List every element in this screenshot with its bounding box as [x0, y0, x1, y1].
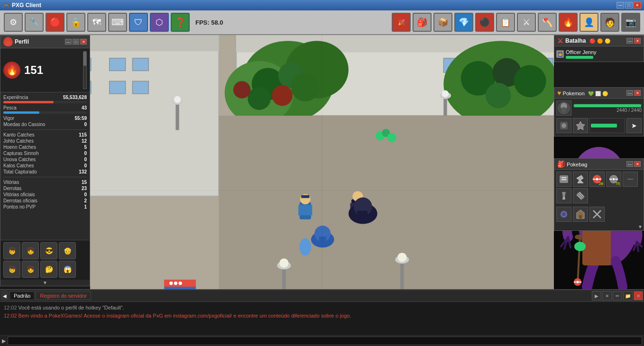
bag-extra-2[interactable] — [589, 207, 605, 222]
chat-messages[interactable]: 12:02 Você está usando o perfil de hotke… — [0, 302, 644, 335]
avatar-thumb-2[interactable]: 😎 — [40, 242, 57, 259]
battle-pokemon-icon-1: 🔴 — [589, 38, 595, 44]
toolbar-shield-icon[interactable]: 🛡 — [129, 13, 148, 32]
bag-item-4[interactable] — [623, 172, 638, 187]
avatar-thumb-4[interactable]: 👦 — [3, 261, 20, 278]
battle-content: 👮 Officer Jenny — [554, 46, 644, 62]
svg-point-94 — [612, 178, 615, 181]
bag-item-5[interactable] — [556, 188, 571, 203]
close-button[interactable]: ✕ — [634, 2, 641, 9]
svg-point-86 — [561, 123, 566, 128]
avatar-thumb-5[interactable]: 👧 — [22, 261, 39, 278]
chat-left-arrow[interactable]: ◀ — [1, 291, 9, 300]
chat-close-btn[interactable]: ✕ — [634, 291, 643, 300]
toolbar-help-icon[interactable]: ❓ — [171, 13, 190, 32]
toolbar-keyboard-icon[interactable]: ⌨ — [108, 13, 127, 32]
stat-sinnoh: Capturas Sinnoh 0 — [3, 150, 87, 156]
stat-total-capturado: Total Capturado 132 — [3, 169, 87, 175]
toolbar-bag-icon[interactable]: 🎒 — [413, 13, 432, 32]
perfil-minimize-btn[interactable]: — — [65, 39, 72, 45]
enemy-name: Officer Jenny — [566, 49, 597, 55]
bag-extra-1[interactable] — [573, 207, 588, 222]
chat-input[interactable] — [8, 337, 642, 345]
vitorias-label: Vitórias — [3, 180, 19, 185]
msg1-timestamp: 12:02 — [4, 313, 17, 319]
chat-tab-padrao[interactable]: Padrão — [9, 291, 35, 300]
bag-item-2[interactable]: 28 — [589, 172, 605, 187]
bag-item-6[interactable] — [573, 188, 588, 203]
avatar-thumb-0[interactable]: 👦 — [3, 242, 20, 259]
exp-label: Experiência — [3, 95, 28, 100]
toolbar-settings-icon[interactable]: 🔧 — [25, 13, 44, 32]
bag-item-3[interactable]: 75 — [606, 172, 621, 187]
battle-close-btn[interactable]: ✕ — [634, 38, 641, 44]
pokebag-extra-row — [554, 205, 644, 223]
perfil-scroll-down[interactable]: ▼ — [0, 280, 90, 286]
svg-point-34 — [486, 83, 511, 108]
avatar-thumb-7[interactable]: 😱 — [59, 261, 76, 278]
bag-extra-0[interactable] — [556, 207, 571, 222]
toolbar-sword-icon[interactable]: ⚔ — [517, 13, 536, 32]
toolbar-lock-icon[interactable]: 🔒 — [66, 13, 85, 32]
stat-kalos: Kalos Catches 0 — [3, 163, 87, 169]
maximize-button[interactable]: □ — [625, 2, 633, 9]
toolbar-axe-icon[interactable]: 🪓 — [538, 13, 557, 32]
pokemon-minimize-btn[interactable]: — — [626, 90, 633, 96]
perfil-title: Perfil — [3, 37, 29, 46]
toolbar-chest-icon[interactable]: 📦 — [433, 13, 452, 32]
perfil-resize-btn[interactable]: □ — [73, 39, 79, 45]
chat-save-btn[interactable]: 📁 — [623, 291, 633, 300]
bag-item-1[interactable] — [573, 172, 588, 187]
battle-panel: ⚔ Batalha 🔴 🟠 🟡 — ✕ 👮 Officer Jenny — [554, 35, 644, 62]
toolbar: ⚙ 🔧 🔴 🔒 🗺 ⌨ 🛡 ⬡ ❓ FPS: 58.0 🎉 🎒 📦 💎 ⚫ 📋 … — [0, 10, 644, 35]
perfil-close-btn[interactable]: ✕ — [80, 39, 87, 45]
toolbar-menu-icon[interactable]: 📷 — [621, 13, 640, 32]
pokebag-minimize-btn[interactable]: — — [626, 161, 633, 167]
bag-item-0[interactable] — [556, 172, 571, 187]
toolbar-pokeball-icon[interactable]: ⚫ — [475, 13, 494, 32]
svg-point-55 — [300, 238, 311, 255]
pokemon-content: 2440 / 2440 ➤ — [554, 99, 644, 136]
toolbar-list-icon[interactable]: 📋 — [496, 13, 515, 32]
title-icon: 🎮 — [3, 2, 10, 9]
perfil-scrollbar[interactable] — [83, 51, 87, 89]
toolbar-power-icon[interactable]: ⚙ — [4, 13, 23, 32]
pokebag-close-btn[interactable]: ✕ — [634, 161, 641, 167]
minimize-button[interactable]: — — [616, 2, 624, 9]
perfil-avatar-area: 🔥 151 — [0, 48, 90, 92]
vigor-label: Vigor — [3, 116, 14, 121]
toolbar-fire-icon[interactable]: 🔥 — [559, 13, 578, 32]
chat-tabs: ◀ Padrão Registro do servidor ▶ ✕ ✏ 📁 ✕ — [0, 290, 644, 302]
toolbar-party-icon[interactable]: 🎉 — [392, 13, 411, 32]
pokemon-hp-text: 2440 / 2440 — [573, 108, 642, 113]
vigor-value: 55:59 — [74, 116, 87, 121]
perfil-avatar: 🔥 — [3, 62, 20, 79]
battle-sword-icon: ⚔ — [557, 37, 563, 45]
chat-stop-btn[interactable]: ✕ — [602, 291, 612, 300]
toolbar-gem-icon[interactable]: 💎 — [454, 13, 473, 32]
pokebag-panel-controls: — ✕ — [626, 161, 641, 167]
avatar-thumb-3[interactable]: 👴 — [59, 242, 76, 259]
avatar-thumb-6[interactable]: 🤔 — [40, 261, 57, 278]
perfil-scroll[interactable]: Experiência 55,533,628 Pesca 43 Vigor 55… — [0, 92, 90, 240]
bag-item-2-count: 28 — [599, 182, 603, 186]
svg-rect-20 — [132, 81, 148, 94]
battle-minimize-btn[interactable]: — — [626, 38, 633, 44]
pokebag-title-label: Pokebag — [567, 162, 587, 167]
pokebag-scroll-arrow[interactable]: ▼ — [554, 223, 644, 230]
toolbar-trainer-icon[interactable]: 🧑 — [600, 13, 619, 32]
toolbar-char-icon[interactable]: 👤 — [580, 13, 598, 32]
toolbar-stop-icon[interactable]: 🔴 — [46, 13, 64, 32]
chat-play-btn[interactable]: ▶ — [592, 291, 601, 300]
avatar-thumb-1[interactable]: 👧 — [22, 242, 39, 259]
chat-tab-registro[interactable]: Registro do servidor — [36, 291, 91, 300]
toolbar-map-icon[interactable]: 🗺 — [87, 13, 106, 32]
chat-message-0: 12:02 Você está usando o perfil de hotke… — [4, 304, 640, 312]
avatar-row: 👦 👧 😎 👴 👦 👧 🤔 😱 — [0, 240, 90, 280]
chat-pen-btn[interactable]: ✏ — [613, 291, 622, 300]
svg-point-73 — [169, 282, 173, 285]
toolbar-arena-icon[interactable]: ⬡ — [150, 13, 169, 32]
svg-rect-99 — [579, 215, 582, 219]
battle-enemy-row: 👮 Officer Jenny — [556, 48, 642, 60]
pokemon-close-btn[interactable]: ✕ — [634, 90, 641, 96]
